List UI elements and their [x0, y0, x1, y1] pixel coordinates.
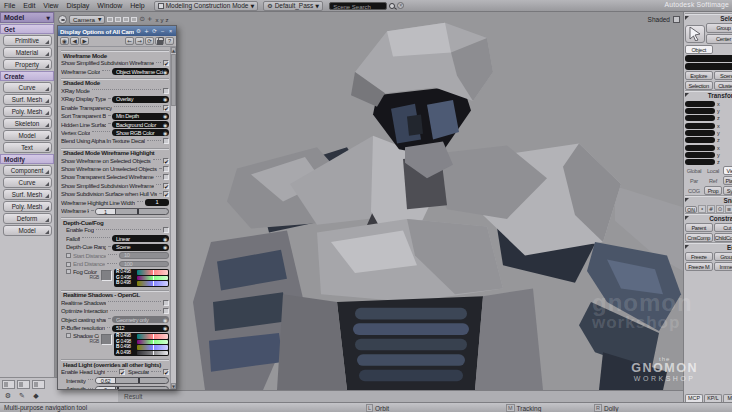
button-plane[interactable]: Plane [723, 176, 732, 185]
palette-icon[interactable]: ◆ [30, 391, 42, 401]
button-scene[interactable]: Scene [714, 71, 732, 80]
slider-track[interactable] [116, 209, 168, 214]
selection-field[interactable] [685, 55, 732, 62]
checkbox[interactable]: ✔ [119, 369, 125, 375]
minimize-button[interactable]: – [159, 27, 166, 35]
checkbox[interactable]: ✔ [163, 60, 169, 66]
tab-mat[interactable]: Mat [723, 394, 732, 402]
button-group[interactable]: Group [714, 252, 732, 261]
slider[interactable]: 0.62 [95, 377, 169, 384]
slider-thumb[interactable] [137, 209, 139, 214]
channel-slider[interactable] [137, 340, 168, 345]
button-parent[interactable]: Parent [685, 223, 713, 232]
checkbox[interactable] [163, 88, 169, 94]
layout-preset-icon[interactable] [2, 380, 15, 389]
snap-menu-icon[interactable]: ≡ [725, 205, 732, 213]
menu-display[interactable]: Display [62, 2, 93, 9]
button-selection[interactable]: Selection [685, 81, 713, 90]
checkbox[interactable] [163, 174, 169, 180]
value-field[interactable]: 1 [145, 199, 169, 206]
recycle-icon[interactable]: ⟳ [151, 27, 158, 35]
checkbox[interactable] [163, 227, 169, 233]
memo-cam-slot[interactable] [107, 17, 113, 22]
snap-on-toggle[interactable]: ON [685, 206, 697, 213]
slider-thumb[interactable] [117, 387, 119, 389]
transform-field-r-z[interactable] [685, 137, 715, 143]
button-freeze[interactable]: Freeze [685, 252, 713, 261]
selection-field[interactable] [685, 63, 732, 70]
constrain-panel-header[interactable]: Constrain [685, 213, 732, 222]
button-sym[interactable]: Sym [723, 186, 732, 195]
transform-panel-header[interactable]: Transform [685, 90, 732, 99]
memo-cam-slot[interactable] [115, 17, 121, 22]
transform-field-s-y[interactable] [685, 108, 715, 114]
button-cog[interactable]: COG [685, 186, 703, 195]
channel-slider[interactable] [137, 351, 168, 356]
scroll-down-icon[interactable]: ▼ [171, 383, 176, 389]
slider-thumb[interactable] [138, 378, 140, 383]
transform-field-r-x[interactable] [685, 123, 715, 129]
toolbar-button-curve[interactable]: Curve [3, 177, 52, 188]
checkbox[interactable] [163, 308, 169, 314]
script-pencil-icon[interactable]: ✎ [16, 391, 28, 401]
select-panel-header[interactable]: Select [685, 13, 732, 22]
group-button[interactable]: Group [706, 23, 732, 33]
slider[interactable]: 0 [95, 386, 169, 389]
scene-search-input[interactable]: Scene Search [329, 2, 387, 10]
toolbar-button-material[interactable]: Material [3, 47, 52, 58]
dropdown[interactable]: Scene◉ [112, 244, 169, 251]
memo-cam-slot[interactable] [131, 17, 137, 22]
checkbox[interactable]: ✔ [163, 191, 169, 197]
button-cut[interactable]: Cut [714, 223, 732, 232]
move-icon[interactable]: + [147, 15, 152, 24]
transform-field-r-y[interactable] [685, 130, 715, 136]
snap-point-icon[interactable]: • [698, 205, 706, 213]
dropdown[interactable]: Geometry only◉ [112, 316, 169, 323]
transform-field-s-x[interactable] [685, 101, 715, 107]
slider-track[interactable] [116, 387, 168, 389]
toolbar-button-model[interactable]: Model [3, 130, 52, 141]
menu-file[interactable]: File [0, 2, 19, 9]
mini-checkbox[interactable] [66, 269, 71, 274]
dropdown[interactable]: Background Color◉ [112, 121, 169, 128]
clear-search-icon[interactable]: × [397, 2, 404, 9]
mini-checkbox[interactable] [66, 262, 71, 267]
object-filter-button[interactable]: Object [685, 45, 713, 54]
snap-grid-icon[interactable]: # [707, 205, 715, 213]
toolbar-button-model[interactable]: Model [3, 225, 52, 236]
toolbar-button-poly-mesh[interactable]: Poly. Mesh [3, 106, 52, 117]
lock-icon[interactable] [155, 37, 164, 45]
scrollbar-thumb[interactable] [171, 54, 176, 106]
back-button[interactable]: ← [125, 37, 134, 45]
toolbar-button-skeleton[interactable]: Skeleton [3, 118, 52, 129]
button-local[interactable]: Local [704, 166, 722, 175]
button-childcomp[interactable]: ChildComp [714, 233, 732, 242]
menu-window[interactable]: Window [93, 2, 126, 9]
button-ref[interactable]: Ref [704, 176, 722, 185]
button-clusters[interactable]: Clusters [714, 81, 732, 90]
transform-field-t-y[interactable] [685, 152, 715, 158]
mini-checkbox[interactable] [66, 253, 71, 258]
toolbar-button-poly-mesh[interactable]: Poly. Mesh [3, 201, 52, 212]
mini-checkbox[interactable] [66, 333, 71, 338]
visibility-icon[interactable]: ⊙ [139, 15, 144, 24]
checkbox[interactable]: ✔ [163, 158, 169, 164]
button-freeze-m[interactable]: Freeze M [685, 262, 713, 271]
snap-curve-icon[interactable]: ⊙ [716, 205, 724, 213]
camera-view-dropdown[interactable]: Camera ▼ [69, 15, 105, 24]
dropdown[interactable]: Linear◉ [112, 235, 169, 242]
tab-mcp[interactable]: MCP [685, 394, 703, 402]
layout-preset-icon[interactable] [17, 380, 30, 389]
checkbox[interactable]: ✔ [163, 105, 169, 111]
button-prop[interactable]: Prop [704, 186, 722, 195]
transform-field-t-x[interactable] [685, 145, 715, 151]
script-result-strip[interactable]: Result [118, 390, 683, 402]
button-cnscomp[interactable]: CnsComp [685, 233, 713, 242]
button-par[interactable]: Par [685, 176, 703, 185]
maximize-viewport-icon[interactable] [673, 16, 680, 23]
button-view[interactable]: View [723, 166, 732, 175]
slider-track[interactable] [116, 378, 168, 383]
search-icon[interactable] [389, 3, 395, 9]
button-explore[interactable]: Explore [685, 71, 713, 80]
toolbar-button-surf-mesh[interactable]: Surf. Mesh [3, 189, 52, 200]
